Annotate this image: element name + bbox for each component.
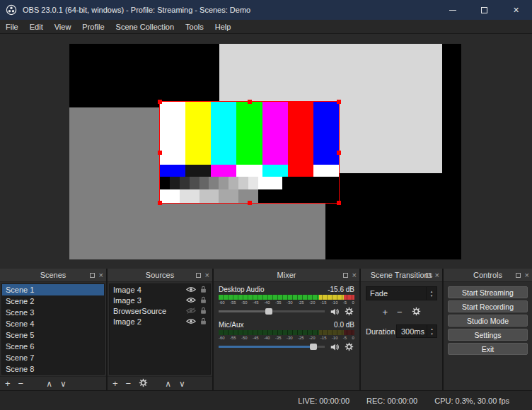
- source-list-item[interactable]: Image 2: [110, 316, 210, 327]
- controls-dock-header[interactable]: Controls ×: [444, 269, 532, 282]
- menu-item-tools[interactable]: Tools: [180, 20, 209, 33]
- scene-list-item[interactable]: Scene 6: [2, 341, 104, 352]
- combo-arrows-icon[interactable]: ▴ ▾: [426, 287, 436, 300]
- float-dock-icon[interactable]: [90, 273, 95, 278]
- mixer-body: Desktop Audio -15.6 dB -60-55-50-45-40-3…: [214, 282, 359, 390]
- volume-slider[interactable]: [219, 306, 325, 317]
- remove-source-button[interactable]: −: [126, 379, 132, 388]
- menu-item-scene-collection[interactable]: Scene Collection: [110, 20, 180, 33]
- bar-segment: [185, 102, 211, 165]
- db-scale-label: -45: [253, 336, 259, 340]
- spin-arrows-icon[interactable]: ▴ ▾: [427, 325, 436, 337]
- move-source-down-button[interactable]: ∨: [179, 380, 185, 388]
- move-scene-down-button[interactable]: ∨: [60, 380, 66, 388]
- source-list-item[interactable]: BrowserSource: [110, 305, 210, 316]
- transition-buttons: + −: [366, 307, 437, 317]
- titlebar[interactable]: OBS 23.0.1 (64-bit, windows) - Profile: …: [0, 0, 532, 20]
- menu-item-profile[interactable]: Profile: [76, 20, 110, 33]
- scenes-dock-header[interactable]: Scenes ×: [0, 269, 106, 282]
- mixer-dock-header[interactable]: Mixer ×: [214, 269, 359, 282]
- menu-item-help[interactable]: Help: [209, 20, 237, 33]
- visibility-eye-icon[interactable]: [186, 286, 196, 293]
- scene-list-item[interactable]: Scene 1: [2, 284, 104, 295]
- float-dock-icon[interactable]: [196, 273, 201, 278]
- scene-list-item[interactable]: Scene 2: [2, 295, 104, 307]
- scene-list-item[interactable]: Scene 5: [2, 329, 104, 341]
- transitions-dock-header[interactable]: Scene Transitions ×: [361, 269, 442, 282]
- db-scale-label: -20: [309, 300, 316, 305]
- slider-handle[interactable]: [265, 308, 272, 315]
- source-list-item[interactable]: Image 3: [110, 295, 210, 305]
- mute-speaker-icon[interactable]: [329, 306, 340, 317]
- add-scene-button[interactable]: +: [5, 379, 11, 388]
- duration-spinbox[interactable]: 300ms ▴ ▾: [396, 324, 437, 338]
- remove-transition-button[interactable]: −: [397, 308, 403, 317]
- visibility-eye-icon[interactable]: [186, 308, 196, 314]
- ramp-right-blocks: [258, 177, 339, 190]
- selection-handle-midleft[interactable]: [158, 151, 162, 155]
- menu-item-file[interactable]: File: [0, 20, 24, 33]
- sources-dock-header[interactable]: Sources ×: [108, 269, 212, 282]
- close-dock-icon[interactable]: ×: [525, 271, 529, 279]
- channel-settings-gear-icon[interactable]: [344, 306, 354, 317]
- visibility-eye-icon[interactable]: [186, 318, 196, 324]
- transition-select[interactable]: Fade ▴ ▾: [366, 286, 437, 300]
- move-scene-up-button[interactable]: ∧: [46, 380, 52, 388]
- lock-icon[interactable]: [200, 286, 207, 293]
- selection-handle-midright[interactable]: [337, 151, 341, 155]
- bottom-right-black: [258, 189, 339, 203]
- visibility-eye-icon[interactable]: [186, 297, 196, 303]
- add-source-button[interactable]: +: [112, 379, 118, 388]
- selection-handle-bottommid[interactable]: [248, 201, 252, 205]
- float-dock-icon[interactable]: [516, 273, 521, 278]
- close-dock-icon[interactable]: ×: [205, 271, 209, 279]
- db-scale-label: -10: [332, 336, 338, 340]
- volume-slider[interactable]: [219, 341, 325, 352]
- start-streaming-button[interactable]: Start Streaming: [448, 286, 528, 298]
- selection-handle-bottomright[interactable]: [337, 201, 341, 205]
- lock-icon[interactable]: [200, 296, 207, 304]
- move-source-up-button[interactable]: ∧: [165, 380, 171, 388]
- close-button[interactable]: ×: [500, 0, 532, 20]
- selection-handle-topright[interactable]: [337, 100, 341, 104]
- slider-handle[interactable]: [310, 344, 317, 350]
- selection-handle-topmid[interactable]: [248, 100, 252, 104]
- scene-list-item[interactable]: Scene 4: [2, 318, 104, 329]
- source-list-item[interactable]: Image 4: [110, 284, 210, 295]
- exit-button[interactable]: Exit: [448, 343, 528, 355]
- selection-handle-bottomleft[interactable]: [158, 201, 162, 205]
- db-scale-label: -50: [241, 336, 248, 340]
- db-scale-label: -25: [298, 336, 304, 340]
- lock-icon[interactable]: [200, 307, 207, 315]
- add-transition-button[interactable]: +: [382, 308, 388, 317]
- minimize-button[interactable]: [436, 0, 468, 20]
- studio-mode-button[interactable]: Studio Mode: [448, 315, 528, 327]
- float-dock-icon[interactable]: [343, 273, 348, 278]
- menu-item-view[interactable]: View: [49, 20, 77, 33]
- transition-properties-gear-icon[interactable]: [412, 307, 421, 317]
- mute-speaker-icon[interactable]: [329, 341, 340, 352]
- scene-list-item[interactable]: Scene 7: [2, 352, 104, 363]
- scene-list-item[interactable]: Scene 3: [2, 307, 104, 318]
- float-dock-icon[interactable]: [426, 273, 431, 278]
- obs-logo-icon: [6, 4, 17, 16]
- lock-icon[interactable]: [200, 317, 207, 325]
- maximize-button[interactable]: [468, 0, 500, 20]
- settings-button[interactable]: Settings: [448, 329, 528, 341]
- close-dock-icon[interactable]: ×: [99, 271, 103, 279]
- selected-source[interactable]: [159, 101, 340, 204]
- mixer-dock-title: Mixer: [214, 271, 359, 279]
- menu-item-edit[interactable]: Edit: [24, 20, 49, 33]
- volume-meter: [219, 330, 354, 335]
- scene-list-item[interactable]: Scene 8: [2, 363, 104, 375]
- channel-settings-gear-icon[interactable]: [344, 341, 354, 352]
- source-properties-gear-icon[interactable]: [139, 378, 148, 389]
- meter-scale: -60-55-50-45-40-35-30-25-20-15-10-50: [219, 336, 354, 340]
- close-dock-icon[interactable]: ×: [435, 271, 439, 279]
- close-dock-icon[interactable]: ×: [352, 271, 357, 279]
- selection-handle-topleft[interactable]: [158, 100, 162, 104]
- db-scale-label: 0: [352, 336, 354, 340]
- remove-scene-button[interactable]: −: [18, 379, 24, 388]
- duration-row: Duration 300ms ▴ ▾: [366, 324, 437, 338]
- start-recording-button[interactable]: Start Recording: [448, 300, 528, 312]
